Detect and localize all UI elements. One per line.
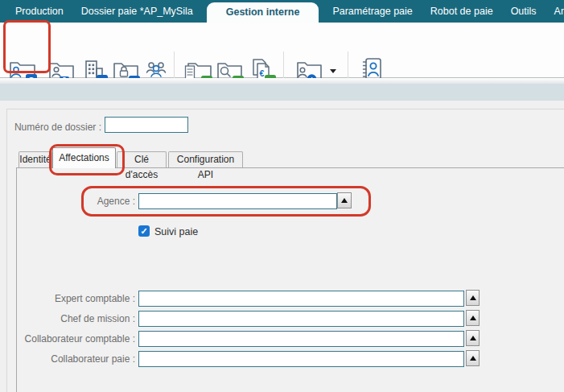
collaborateur-comptable-label: Collaborateur comptable : [16, 331, 135, 347]
menu-robot-de-paie[interactable]: Robot de paie [422, 6, 502, 17]
chef-de-mission-label: Chef de mission : [16, 311, 135, 327]
menu-tab-gestion-interne[interactable]: Gestion interne [207, 2, 319, 23]
tab-affectations[interactable]: Affectations [52, 147, 116, 168]
suivi-paie-label: Suivi paie [154, 226, 198, 237]
up-arrow-icon [470, 356, 476, 361]
menu-parametrage-paie[interactable]: Paramétrage paie [323, 6, 421, 17]
header-band [0, 84, 564, 101]
collaborateur-paie-label: Collaborateur paie : [16, 351, 135, 367]
up-arrow-icon [470, 295, 476, 300]
checkmark-icon: ✓ [140, 227, 147, 236]
up-arrow-icon [470, 336, 476, 340]
main-menu-bar: Production Dossier paie *AP_MySila Gesti… [0, 0, 564, 23]
dossier-number-input[interactable] [105, 117, 188, 133]
tab-identite[interactable]: Identité [19, 151, 52, 167]
collaborateur-paie-dropdown-button[interactable] [466, 350, 480, 366]
agence-label: Agence : [48, 193, 135, 209]
chef-de-mission-input[interactable] [138, 311, 464, 327]
agence-input[interactable] [138, 193, 337, 209]
up-arrow-icon [341, 198, 348, 203]
tab-configuration-api[interactable]: Configuration API [168, 151, 243, 167]
chef-de-mission-dropdown-button[interactable] [466, 310, 480, 326]
menu-outils[interactable]: Outils [502, 6, 545, 17]
tab-cle-acces[interactable]: Clé d'accès [117, 151, 167, 167]
expert-comptable-input[interactable] [138, 291, 464, 307]
collaborateur-paie-input[interactable] [138, 351, 464, 367]
menu-dossier-paie[interactable]: Dossier paie *AP_MySila [72, 6, 202, 17]
app-window: Production Dossier paie *AP_MySila Gesti… [0, 0, 564, 392]
ribbon-toolbar: G G [0, 23, 564, 78]
agence-dropdown-button[interactable] [337, 192, 352, 208]
collaborateur-comptable-input[interactable] [138, 331, 464, 347]
badge-euro: € [260, 68, 265, 78]
up-arrow-icon [470, 316, 476, 320]
collaborateur-comptable-dropdown-button[interactable] [466, 330, 480, 346]
expert-comptable-dropdown-button[interactable] [466, 290, 480, 306]
ribbon-bottom-strip [0, 78, 564, 84]
dropdown-caret-icon[interactable] [330, 69, 336, 73]
expert-comptable-label: Expert comptable : [16, 291, 135, 307]
dossier-number-label: Numéro de dossier : [6, 119, 101, 135]
suivi-paie-checkbox[interactable]: ✓ [138, 225, 150, 237]
menu-analyse-activite[interactable]: Analyse de l'activi [545, 6, 564, 17]
menu-production[interactable]: Production [6, 6, 72, 17]
